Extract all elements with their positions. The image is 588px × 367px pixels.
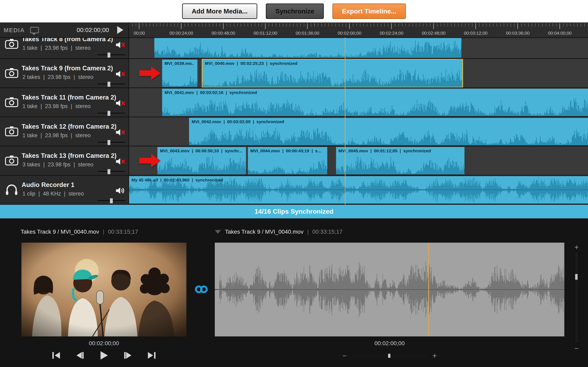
track-name: Takes Track 12 (from Camera 2) [22, 123, 117, 130]
camera-icon [5, 96, 18, 108]
waveform-header: Takes Track 9 / MVI_0040.mov | 00:33:15;… [215, 229, 343, 235]
camera-icon [5, 125, 18, 137]
zoom-out-button[interactable]: − [342, 352, 347, 359]
track-lane: MVI_0042.mov | 00:03:02;00 | synchronize… [129, 117, 588, 146]
volume-handle[interactable] [110, 198, 113, 203]
collapse-toggle-icon[interactable] [215, 230, 221, 234]
timeline-clip[interactable]: MVI_0041.mov | 00:03:02;16 | synchronize… [162, 89, 588, 116]
vertical-zoom-slider[interactable] [575, 252, 579, 343]
track-details: 2 takes | 23.98 fps | stereo [22, 74, 93, 80]
timeline-clip[interactable]: MVI_0044.mov | 00:00:43;19 | s... [248, 147, 327, 174]
play-button-timeline[interactable] [117, 26, 123, 34]
volume-track [98, 171, 125, 172]
track-lane: My 45 48k.aif | 00:02:43.960 | synchroni… [129, 175, 588, 204]
waveform-playhead[interactable] [428, 243, 429, 336]
timeline-clip[interactable]: MVI_0042.mov | 00:03:02;00 | synchronize… [189, 118, 588, 145]
step-forward-button[interactable] [124, 351, 132, 359]
red-arrow-annotation [139, 154, 160, 167]
track-row: Audio Recorder 11 clip | 48 KHz | stereo… [0, 175, 588, 205]
ruler-label: 00:02:48;00 [422, 31, 445, 36]
clip-waveform [162, 96, 588, 116]
vertical-zoom-out-button[interactable]: − [574, 345, 579, 352]
ruler-label: 00:03:12;00 [464, 31, 488, 36]
play-button[interactable] [99, 351, 109, 360]
video-preview-image [21, 243, 186, 336]
mute-button-muted[interactable] [116, 99, 127, 107]
volume-slider[interactable] [98, 198, 125, 203]
clip-label: MVI_0040.mov | 00:02:25;23 | synchronize… [203, 59, 462, 67]
volume-slider[interactable] [98, 169, 125, 174]
timeline-clip[interactable]: MVI_0043.mov | 00:00:50;10 | synchr... [157, 147, 246, 174]
step-back-button[interactable] [76, 351, 84, 359]
track-row: Takes Track 13 (from Camera 2)3 takes | … [0, 146, 588, 175]
ruler-label: 00:01:12;00 [254, 31, 277, 36]
horizontal-zoom-control: − + [215, 351, 564, 360]
waveform-timecode: 00:02:00;00 [215, 340, 564, 347]
video-preview [21, 243, 186, 336]
zoom-slider-handle[interactable] [388, 354, 390, 358]
track-lane: MVI_0041.mov | 00:03:02;16 | synchronize… [129, 88, 588, 117]
mute-button-muted[interactable] [116, 70, 127, 78]
timeline-clip[interactable]: MVI_0039.mo.. [162, 59, 198, 87]
volume-handle[interactable] [107, 52, 111, 58]
volume-slider[interactable] [98, 81, 125, 87]
vertical-zoom-handle[interactable] [575, 274, 578, 280]
clip-label: MVI_0044.mov | 00:00:43;19 | s... [248, 147, 327, 154]
camera-icon [5, 38, 18, 49]
track-details: 1 take | 23.98 fps | stereo [22, 132, 91, 139]
volume-handle[interactable] [107, 111, 111, 116]
preview-duration: 00:33:15;17 [108, 229, 138, 235]
volume-track [98, 142, 125, 143]
link-icon[interactable] [194, 284, 209, 294]
timeline-clip[interactable]: My 45 48k.aif | 00:02:43.960 | synchroni… [129, 176, 588, 203]
volume-slider[interactable] [98, 110, 125, 116]
transport-controls [21, 350, 186, 361]
timeline-clip[interactable]: MVI_0045.mov | 00:01:12;05 | synchronize… [336, 147, 465, 174]
zoom-slider[interactable] [352, 353, 427, 358]
volume-handle[interactable] [107, 169, 111, 174]
track-row: Takes Track 9 (from Camera 2)2 takes | 2… [0, 59, 588, 88]
volume-handle[interactable] [107, 82, 111, 87]
timeline-header: MEDIA 00:02:00;00 00;0000:00:24;0000:00:… [0, 22, 588, 38]
media-header: MEDIA 00:02:00;00 [0, 22, 129, 38]
timeline-clip[interactable]: MVI_0040.mov | 00:02:25;23 | synchronize… [203, 59, 462, 87]
timeline-clip[interactable] [154, 38, 461, 58]
mute-button-muted[interactable] [116, 157, 127, 166]
ruler-label: 00:03:36;00 [506, 31, 530, 36]
track-lane: MVI_0043.mov | 00:00:50;10 | synchr...MV… [129, 146, 588, 175]
zoom-in-button[interactable]: + [432, 352, 437, 359]
clip-waveform [336, 154, 465, 174]
clip-waveform [162, 67, 198, 87]
timeline-ruler[interactable]: 00;0000:00:24;0000:00:48;0000:01:12;0000… [129, 22, 588, 38]
mute-button-muted[interactable] [116, 41, 127, 49]
sync-status-banner: 14/16 Clips Synchronized [0, 205, 588, 218]
volume-slider[interactable] [98, 140, 125, 145]
vertical-zoom-in-button[interactable]: + [574, 244, 579, 250]
clip-label: My 45 48k.aif | 00:02:43.960 | synchroni… [129, 176, 588, 184]
volume-handle[interactable] [107, 140, 111, 145]
volume-slider[interactable] [98, 52, 125, 58]
clip-label: MVI_0039.mo.. [162, 59, 198, 67]
header-separator: | [307, 229, 309, 235]
volume-track [98, 83, 125, 85]
preview-title: Takes Track 9 / MVI_0040.mov [21, 229, 99, 235]
export-timeline-button[interactable]: Export Timeline... [332, 3, 406, 19]
ruler-label: 00:00:24;00 [169, 31, 193, 36]
track-lane: MVI_0039.mo..MVI_0040.mov | 00:02:25;23 … [129, 59, 588, 87]
timeline-playhead[interactable] [345, 38, 346, 205]
camera-icon [5, 155, 18, 166]
headphones-icon [5, 184, 18, 195]
mute-button-muted[interactable] [116, 128, 127, 136]
waveform-view[interactable] [215, 243, 564, 336]
add-more-media-button[interactable]: Add More Media... [182, 3, 257, 19]
track-details: 3 takes | 23.98 fps | stereo [22, 161, 93, 168]
go-to-end-button[interactable] [147, 351, 156, 359]
clip-label: MVI_0043.mov | 00:00:50;10 | synchr... [157, 147, 246, 154]
track-name: Takes Track 9 (from Camera 2) [22, 65, 113, 72]
ruler-label: 00:00:48;00 [212, 31, 235, 36]
clip-label: MVI_0041.mov | 00:03:02;16 | synchronize… [162, 89, 588, 96]
mute-button-active[interactable] [116, 187, 127, 195]
synchronize-button[interactable]: Synchronize [266, 3, 324, 19]
go-to-start-button[interactable] [52, 351, 61, 359]
preview-timecode: 00:02:00;00 [21, 340, 186, 347]
